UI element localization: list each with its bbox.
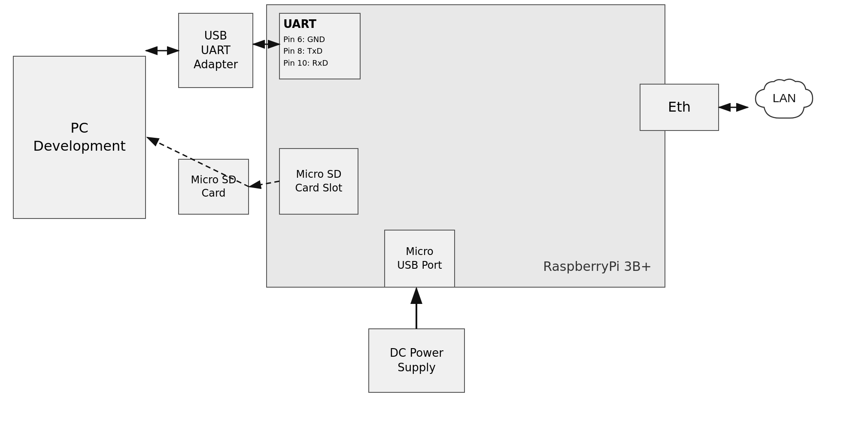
uart-title: UART (283, 17, 316, 32)
dc-power-label: DC PowerSupply (390, 346, 443, 375)
uart-pin6: Pin 6: GND (283, 34, 325, 44)
micro-sd-card-label: Micro SDCard (191, 173, 237, 200)
svg-text:LAN: LAN (773, 91, 796, 105)
eth-box: Eth (640, 84, 719, 131)
dc-power-supply-box: DC PowerSupply (368, 328, 465, 393)
uart-pin10: Pin 10: RxD (283, 58, 328, 68)
micro-usb-port-box: MicroUSB Port (384, 230, 455, 288)
pc-label: PCDevelopment (33, 119, 125, 155)
micro-sd-slot-label: Micro SDCard Slot (295, 168, 343, 194)
uart-pin8: Pin 8: TxD (283, 46, 322, 56)
micro-usb-label: MicroUSB Port (397, 245, 442, 272)
micro-sd-card-box: Micro SDCard (178, 159, 249, 215)
uart-box: UART Pin 6: GND Pin 8: TxD Pin 10: RxD (279, 13, 361, 79)
pc-development-box: PCDevelopment (13, 56, 146, 219)
eth-label: Eth (668, 98, 691, 116)
usb-uart-label: USBUARTAdapter (194, 29, 238, 72)
raspi-label: RaspberryPi 3B+ (543, 259, 652, 274)
micro-sd-slot-box: Micro SDCard Slot (279, 148, 358, 215)
lan-cloud: LAN (756, 79, 813, 118)
diagram: RaspberryPi 3B+ PCDevelopment USBUARTAda… (0, 0, 868, 437)
usb-uart-adapter-box: USBUARTAdapter (178, 13, 253, 88)
